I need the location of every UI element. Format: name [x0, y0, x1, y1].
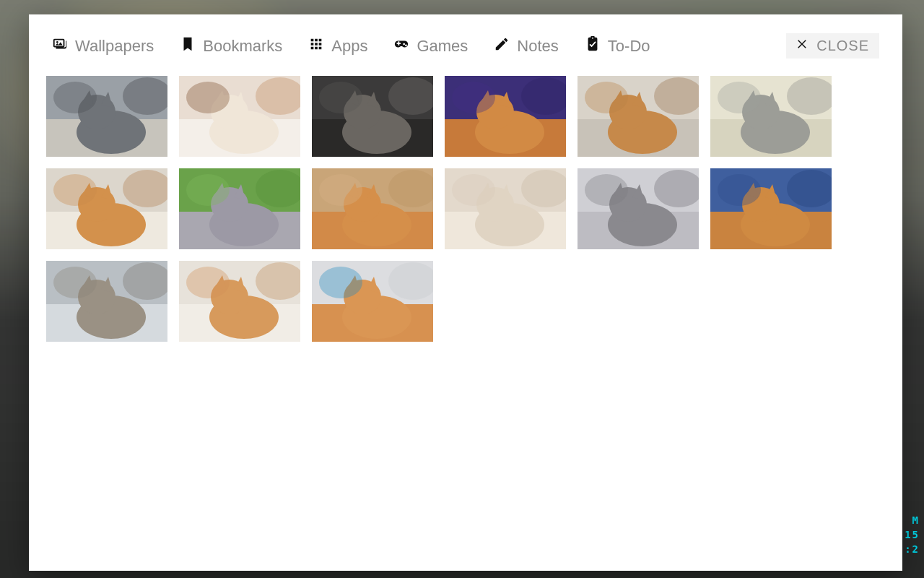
wallpapers-icon	[52, 36, 68, 56]
svg-point-70	[718, 174, 761, 206]
tab-notes[interactable]: Notes	[494, 36, 558, 56]
tab-label: Games	[417, 37, 468, 56]
games-icon	[393, 36, 409, 56]
tab-label: Wallpapers	[75, 37, 154, 56]
tab-games[interactable]: Games	[393, 36, 468, 56]
svg-point-88	[319, 267, 362, 298]
tab-bar: Wallpapers Bookmarks Apps Games Notes	[29, 14, 902, 70]
wallpaper-thumb-cat-grey-street[interactable]	[46, 76, 167, 157]
svg-point-40	[53, 174, 97, 206]
tab-label: To-Do	[608, 37, 650, 56]
tab-label: Bookmarks	[203, 37, 282, 56]
wallpaper-thumb-cat-grey-grass[interactable]	[179, 168, 300, 249]
wallpaper-thumb-cat-orange-box[interactable]	[312, 261, 433, 342]
close-icon	[796, 38, 809, 54]
close-label: CLOSE	[816, 38, 869, 54]
tab-label: Apps	[331, 37, 367, 56]
wallpaper-thumb-cat-dark-grey-face[interactable]	[312, 76, 433, 157]
tab-wallpapers[interactable]: Wallpapers	[52, 36, 154, 56]
wallpaper-thumb-cat-orange-leaning[interactable]	[578, 76, 699, 157]
wallpaper-thumb-cat-cream-closeup[interactable]	[445, 168, 566, 249]
svg-point-76	[53, 267, 97, 298]
wallpaper-grid	[29, 70, 902, 359]
svg-point-4	[53, 82, 97, 113]
svg-point-10	[186, 82, 230, 113]
svg-point-28	[585, 82, 628, 113]
settings-panel: Wallpapers Bookmarks Apps Games Notes	[29, 14, 902, 571]
wallpaper-thumb-cat-orange-blue-bg[interactable]	[710, 168, 832, 249]
todo-icon	[585, 36, 601, 56]
tab-bookmarks[interactable]: Bookmarks	[180, 36, 282, 56]
wallpaper-thumb-cat-grey-orange-eyes[interactable]	[46, 261, 167, 342]
svg-point-22	[452, 82, 495, 113]
svg-point-16	[319, 82, 362, 113]
tab-label: Notes	[517, 37, 558, 56]
svg-point-46	[186, 174, 230, 206]
wallpaper-thumb-cat-held-towel[interactable]	[179, 261, 300, 342]
svg-point-64	[585, 174, 628, 206]
wallpaper-thumb-cat-orange-yawning[interactable]	[46, 168, 167, 249]
svg-point-52	[319, 174, 362, 206]
tab-todo[interactable]: To-Do	[585, 36, 650, 56]
wallpaper-thumb-cat-grey-blanket[interactable]	[578, 168, 699, 249]
svg-point-58	[452, 174, 495, 206]
close-button[interactable]: CLOSE	[786, 33, 879, 59]
wallpaper-thumb-cat-silver-lying[interactable]	[710, 76, 832, 157]
tab-apps[interactable]: Apps	[308, 36, 367, 56]
wallpaper-thumb-cat-orange-wood-bg[interactable]	[312, 168, 433, 249]
svg-point-34	[718, 82, 761, 113]
wallpaper-thumb-cat-orange-purple-bg[interactable]	[445, 76, 566, 157]
bookmark-icon	[180, 36, 196, 56]
svg-point-82	[186, 267, 230, 298]
wallpaper-thumb-cat-orange-white[interactable]	[179, 76, 300, 157]
notes-icon	[494, 36, 510, 56]
apps-icon	[308, 36, 324, 56]
